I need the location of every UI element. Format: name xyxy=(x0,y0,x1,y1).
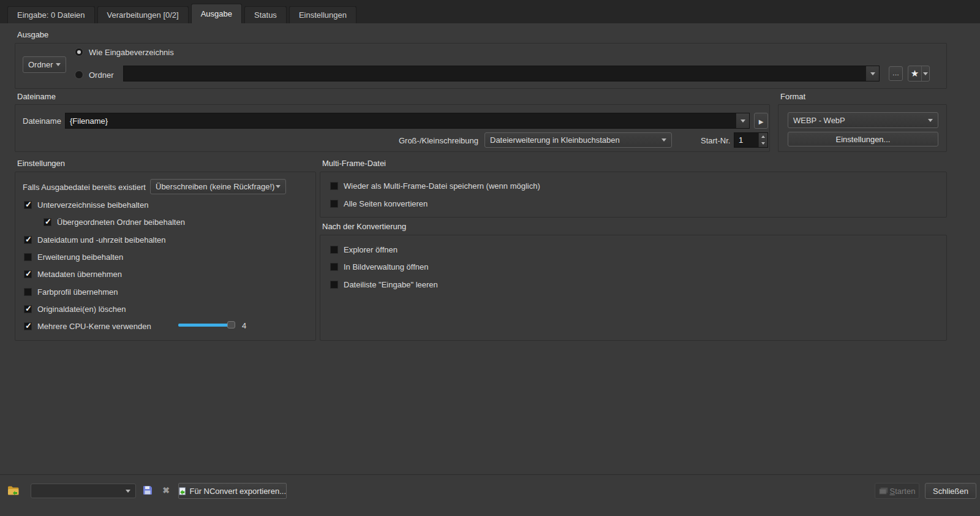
dateiname-group: Dateiname {Filename} Groß-/Kleinschreibu… xyxy=(15,104,770,152)
checkbox-row[interactable]: Übergeordneten Ordner beibehalten xyxy=(43,216,185,227)
close-icon xyxy=(162,485,170,495)
save-preset-button[interactable] xyxy=(141,484,154,496)
same-as-input-radio[interactable] xyxy=(75,48,83,56)
cpu-cores-value: 4 xyxy=(242,321,246,330)
tab-ausgabe[interactable]: Ausgabe xyxy=(191,4,242,23)
tab-verarbeitungen[interactable]: Verarbeitungen [0/2] xyxy=(97,6,189,23)
output-target-value: Ordner xyxy=(28,60,53,69)
close-button[interactable]: Schließen xyxy=(925,483,976,499)
checkbox-row[interactable]: In Bildverwaltung öffnen xyxy=(330,261,429,272)
keep-extension-checkbox[interactable] xyxy=(24,253,32,261)
format-settings-button[interactable]: Einstellungen... xyxy=(788,132,938,146)
checkbox-label: Dateiliste "Eingabe" leeren xyxy=(344,280,438,289)
chevron-down-icon xyxy=(923,72,928,75)
format-value: WEBP - WebP xyxy=(793,116,845,125)
tab-bar: Eingabe: 0 Dateien Verarbeitungen [0/2] … xyxy=(0,0,980,23)
checkbox-row[interactable]: Unterverzeichnisse beibehalten xyxy=(24,199,148,210)
checkbox-row[interactable]: Dateidatum und -uhrzeit beibehalten xyxy=(24,234,166,245)
format-combobox[interactable]: WEBP - WebP xyxy=(788,112,938,128)
load-preset-button[interactable] xyxy=(6,483,21,498)
multiframe-group-title: Multi-Frame-Datei xyxy=(322,159,386,168)
checkbox-row[interactable]: Dateiliste "Eingabe" leeren xyxy=(330,279,438,290)
filename-history-dropdown-button[interactable] xyxy=(736,113,749,128)
ausgabe-group: Ordner Wie Eingabeverzeichnis Ordner ... xyxy=(15,43,947,89)
save-icon xyxy=(143,485,153,495)
checkbox-label: Unterverzeichnisse beibehalten xyxy=(37,200,148,210)
format-group-title: Format xyxy=(780,92,805,101)
chevron-down-icon xyxy=(662,138,666,142)
keep-color-profile-checkbox[interactable] xyxy=(24,288,32,296)
export-nconvert-label: Für NConvert exportieren... xyxy=(189,487,286,496)
checkbox-label: Alle Seiten konvertieren xyxy=(344,199,428,208)
case-combobox[interactable]: Dateierweiterung in Kleinbuchstaben xyxy=(484,132,672,148)
case-value: Dateierweiterung in Kleinbuchstaben xyxy=(490,135,620,145)
same-as-input-label: Wie Eingabeverzeichnis xyxy=(89,48,174,57)
delete-original-checkbox[interactable] xyxy=(24,305,32,313)
favorites-split-button[interactable] xyxy=(908,66,930,82)
filename-value: {Filename} xyxy=(66,116,736,126)
xnconvert-window: { "tabs": [ { "label": "Eingabe: 0 Datei… xyxy=(0,0,980,516)
chevron-down-icon xyxy=(276,185,281,188)
keep-parent-folder-checkbox[interactable] xyxy=(43,218,51,226)
delete-preset-button[interactable] xyxy=(160,484,172,497)
format-group: WEBP - WebP Einstellungen... xyxy=(778,104,947,152)
startnr-label: Start-Nr. xyxy=(701,136,730,145)
cpu-cores-slider[interactable] xyxy=(178,324,232,327)
start-button[interactable]: Starten xyxy=(875,483,919,499)
format-settings-label: Einstellungen... xyxy=(836,135,891,144)
play-icon xyxy=(759,116,764,126)
checkbox-row[interactable]: Metadaten übernehmen xyxy=(24,268,122,279)
folder-history-dropdown-button[interactable] xyxy=(865,66,879,81)
clear-input-list-checkbox[interactable] xyxy=(330,281,338,289)
browse-folder-button[interactable]: ... xyxy=(889,66,903,81)
chevron-down-icon xyxy=(56,63,61,66)
checkbox-row[interactable]: Mehrere CPU-Kerne verwenden xyxy=(24,321,151,332)
checkbox-row[interactable]: Originaldatei(en) löschen xyxy=(24,303,126,314)
spin-down-button[interactable] xyxy=(759,140,767,148)
save-as-multiframe-checkbox[interactable] xyxy=(330,182,338,190)
close-button-label: Schließen xyxy=(933,487,968,496)
dateiname-group-title: Dateiname xyxy=(17,92,56,101)
einstellungen-group-title: Einstellungen xyxy=(17,159,65,168)
startnr-value[interactable]: 1 xyxy=(734,133,758,147)
ellipsis-label: ... xyxy=(892,68,899,77)
checkbox-row[interactable]: Alle Seiten konvertieren xyxy=(330,198,428,209)
open-in-image-manager-checkbox[interactable] xyxy=(330,263,338,271)
checkbox-row[interactable]: Farbprofil übernehmen xyxy=(24,286,118,297)
spin-up-button[interactable] xyxy=(759,133,767,140)
chevron-up-icon xyxy=(761,135,765,138)
favorites-dropdown-button[interactable] xyxy=(921,66,929,81)
output-target-combobox[interactable]: Ordner xyxy=(23,56,66,73)
bottom-bar: Für NConvert exportieren... Starten Schl… xyxy=(0,474,980,516)
start-button-label: Starten xyxy=(890,487,916,496)
start-images-icon xyxy=(879,487,888,495)
open-explorer-checkbox[interactable] xyxy=(330,246,338,254)
checkbox-row[interactable]: Wieder als Multi-Frame-Datei speichern (… xyxy=(330,180,540,191)
checkbox-row[interactable]: Erweiterung beibehalten xyxy=(24,251,123,262)
output-folder-field[interactable] xyxy=(123,66,880,82)
tab-eingabe[interactable]: Eingabe: 0 Dateien xyxy=(7,6,95,23)
use-multiple-cpu-checkbox[interactable] xyxy=(24,322,32,330)
folder-radio[interactable] xyxy=(75,70,83,79)
convert-all-pages-checkbox[interactable] xyxy=(330,200,338,208)
ausgabe-group-title: Ausgabe xyxy=(17,30,48,39)
startnr-spinbox[interactable]: 1 xyxy=(734,132,768,148)
exists-combobox[interactable]: Überschreiben (keine Rückfrage!) xyxy=(150,179,286,194)
chevron-down-icon xyxy=(741,120,745,123)
radio-row-folder[interactable]: Ordner xyxy=(75,69,113,80)
cpu-cores-slider-handle[interactable] xyxy=(227,321,235,328)
after-conversion-group: Explorer öffnen In Bildverwaltung öffnen… xyxy=(320,235,947,341)
checkbox-row[interactable]: Explorer öffnen xyxy=(330,244,398,255)
preset-combobox[interactable] xyxy=(31,484,136,498)
filename-variables-button[interactable] xyxy=(754,113,768,129)
tab-status[interactable]: Status xyxy=(244,6,287,23)
keep-subfolders-checkbox[interactable] xyxy=(24,201,32,209)
checkbox-label: Explorer öffnen xyxy=(344,245,398,254)
case-label: Groß-/Kleinschreibung xyxy=(399,136,478,145)
export-nconvert-button[interactable]: Für NConvert exportieren... xyxy=(178,483,287,499)
keep-metadata-checkbox[interactable] xyxy=(24,270,32,278)
filename-field[interactable]: {Filename} xyxy=(65,113,750,129)
radio-row-same-as-input[interactable]: Wie Eingabeverzeichnis xyxy=(75,47,174,58)
tab-einstellungen[interactable]: Einstellungen xyxy=(289,6,356,23)
keep-file-date-checkbox[interactable] xyxy=(24,236,32,244)
